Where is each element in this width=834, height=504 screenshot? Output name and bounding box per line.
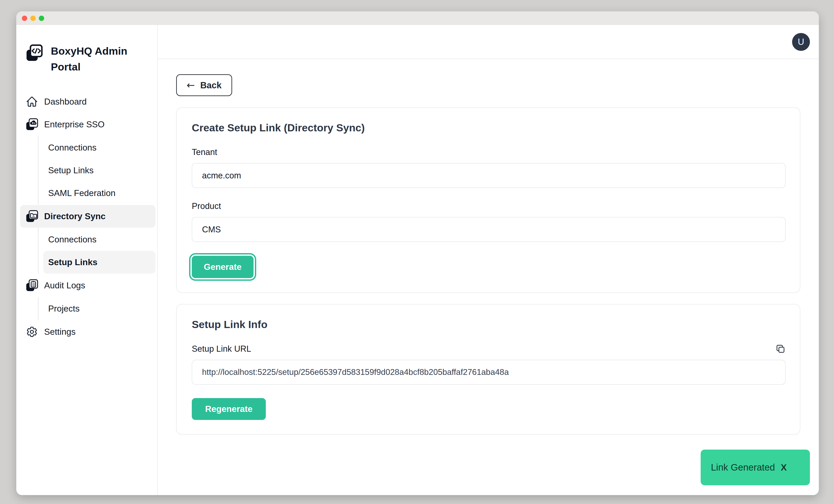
user-avatar[interactable]: U — [792, 33, 810, 51]
sidebar-item-directory-sync[interactable]: Directory Sync — [20, 205, 155, 228]
boxyhq-logo-icon — [25, 44, 43, 62]
sidebar-nav: Dashboard — [20, 90, 155, 343]
gear-icon — [25, 325, 38, 338]
setup-link-info-card: Setup Link Info Setup Link URL Regenerat… — [176, 304, 800, 435]
sidebar-item-enterprise-sso[interactable]: Enterprise SSO — [20, 113, 155, 136]
sidebar-item-label: Settings — [44, 327, 75, 337]
back-arrow-icon: ← — [186, 80, 195, 90]
avatar-initial: U — [798, 37, 804, 47]
minimize-window-button[interactable] — [30, 16, 36, 21]
audit-logs-keycap-icon — [25, 279, 38, 292]
regenerate-button[interactable]: Regenerate — [192, 398, 266, 420]
main-area: U ← Back Create Setup Link (Directory Sy… — [158, 25, 819, 495]
sidebar-item-dsync-connections[interactable]: Connections — [43, 228, 155, 251]
topbar: U — [158, 25, 819, 59]
toast-success: Link Generated X — [701, 450, 810, 485]
sidebar-item-dashboard[interactable]: Dashboard — [20, 90, 155, 113]
zoom-window-button[interactable] — [39, 16, 44, 21]
directory-sync-keycap-icon — [25, 210, 38, 223]
back-button[interactable]: ← Back — [176, 74, 232, 96]
home-icon — [25, 95, 38, 108]
window-titlebar — [16, 12, 819, 25]
generate-button[interactable]: Generate — [192, 256, 254, 278]
sidebar-item-dsync-setup-links[interactable]: Setup Links — [43, 251, 155, 273]
sub-item-label: SAML Federation — [48, 188, 115, 198]
product-label: Product — [192, 201, 786, 211]
sub-item-label: Connections — [48, 143, 96, 153]
card-title: Create Setup Link (Directory Sync) — [192, 122, 786, 134]
sub-item-label: Setup Links — [48, 166, 94, 175]
tenant-label: Tenant — [192, 147, 786, 157]
directory-sync-subgroup: Connections Setup Links — [38, 228, 155, 273]
sidebar-item-sso-connections[interactable]: Connections — [43, 136, 155, 159]
sidebar-item-audit-logs[interactable]: Audit Logs — [20, 274, 155, 297]
sidebar-item-sso-setup-links[interactable]: Setup Links — [43, 159, 155, 182]
sidebar: BoxyHQ Admin Portal Dashboard — [16, 25, 158, 495]
sub-item-label: Setup Links — [48, 257, 97, 267]
card-title: Setup Link Info — [192, 318, 786, 331]
create-setup-link-card: Create Setup Link (Directory Sync) Tenan… — [176, 107, 800, 293]
app-logo-row: BoxyHQ Admin Portal — [20, 43, 155, 75]
app-title: BoxyHQ Admin Portal — [51, 43, 136, 75]
enterprise-sso-subgroup: Connections Setup Links SAML Federation — [38, 136, 155, 204]
page-content: ← Back Create Setup Link (Directory Sync… — [158, 59, 819, 495]
product-input[interactable] — [192, 217, 786, 242]
copy-url-button[interactable] — [775, 344, 786, 354]
sidebar-item-settings[interactable]: Settings — [20, 321, 155, 343]
sidebar-item-label: Enterprise SSO — [44, 119, 105, 129]
app-window: BoxyHQ Admin Portal Dashboard — [16, 12, 819, 495]
audit-logs-subgroup: Projects — [38, 297, 155, 320]
tenant-input[interactable] — [192, 163, 786, 188]
sidebar-item-label: Dashboard — [44, 97, 87, 107]
copy-icon — [775, 344, 786, 354]
toast-message: Link Generated — [711, 462, 775, 473]
setup-link-url-label: Setup Link URL — [192, 344, 251, 354]
back-button-label: Back — [200, 80, 222, 90]
setup-link-url-input[interactable] — [192, 360, 786, 385]
sub-item-label: Projects — [48, 304, 80, 313]
toast-close-button[interactable]: X — [781, 462, 787, 473]
sidebar-item-saml-federation[interactable]: SAML Federation — [43, 182, 155, 204]
sidebar-item-label: Audit Logs — [44, 281, 85, 290]
desktop-background: BoxyHQ Admin Portal Dashboard — [0, 0, 834, 504]
close-window-button[interactable] — [22, 16, 27, 21]
sso-keycap-icon — [25, 118, 38, 131]
sidebar-item-projects[interactable]: Projects — [43, 297, 155, 320]
sidebar-item-label: Directory Sync — [44, 212, 106, 221]
sub-item-label: Connections — [48, 235, 96, 244]
